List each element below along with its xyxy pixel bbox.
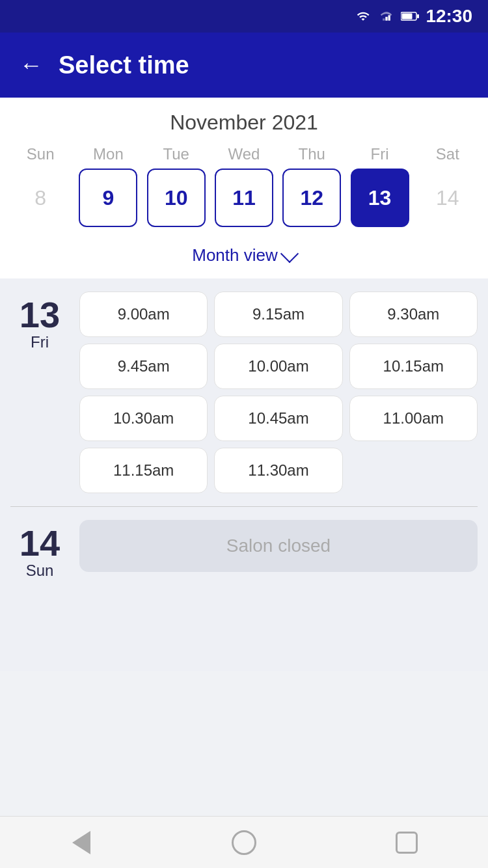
slot-945am[interactable]: 9.45am	[79, 344, 208, 389]
slot-900am[interactable]: 9.00am	[79, 292, 208, 337]
salon-closed-label: Salon closed	[226, 536, 331, 556]
weekday-wed: Wed	[215, 145, 273, 163]
date-13[interactable]: 13	[351, 169, 409, 227]
slot-1130am[interactable]: 11.30am	[214, 448, 342, 493]
day-number-14: 14	[20, 525, 60, 562]
day-block-14: 14 Sun Salon closed	[10, 520, 478, 580]
weekday-sat: Sat	[418, 145, 477, 163]
day-name-14: Sun	[26, 562, 54, 580]
svg-rect-5	[402, 14, 413, 20]
status-bar: 12:30	[0, 0, 488, 33]
status-time: 12:30	[426, 6, 472, 27]
time-slots-grid-13: 9.00am 9.15am 9.30am 9.45am 10.00am 10.1…	[79, 292, 478, 493]
day-label-13: 13 Fri	[10, 292, 69, 493]
back-button[interactable]: ←	[20, 51, 43, 79]
bottom-navigation	[0, 816, 488, 868]
svg-rect-1	[386, 17, 388, 21]
back-nav-button[interactable]	[66, 827, 97, 858]
slot-1000am[interactable]: 10.00am	[214, 344, 342, 389]
slot-1015am[interactable]: 10.15am	[349, 344, 478, 389]
day-number-13: 13	[20, 297, 60, 333]
slot-930am[interactable]: 9.30am	[349, 292, 478, 337]
home-nav-icon	[232, 830, 256, 855]
date-8[interactable]: 8	[11, 169, 70, 227]
status-icons	[354, 10, 419, 23]
recent-nav-icon	[396, 832, 418, 854]
date-12[interactable]: 12	[282, 169, 341, 227]
svg-rect-2	[383, 18, 385, 20]
slot-1115am[interactable]: 11.15am	[79, 448, 208, 493]
weekday-thu: Thu	[282, 145, 341, 163]
slot-1030am[interactable]: 10.30am	[79, 396, 208, 441]
calendar-section: November 2021 Sun Mon Tue Wed Thu Fri Sa…	[0, 98, 488, 278]
slot-915am[interactable]: 9.15am	[214, 292, 342, 337]
month-view-toggle[interactable]: Month view	[0, 237, 488, 278]
header: ← Select time	[0, 33, 488, 98]
weekday-sun: Sun	[11, 145, 70, 163]
weekday-fri: Fri	[351, 145, 409, 163]
section-divider	[10, 506, 478, 507]
dates-row: 8 9 10 11 12 13 14	[0, 169, 488, 227]
signal-icon	[377, 10, 396, 23]
day-label-14: 14 Sun	[10, 520, 69, 580]
salon-closed-block: Salon closed	[79, 520, 478, 572]
month-year-label: November 2021	[0, 111, 488, 135]
slot-1100am[interactable]: 11.00am	[349, 396, 478, 441]
month-view-label: Month view	[192, 245, 278, 265]
date-14[interactable]: 14	[418, 169, 477, 227]
slot-1045am[interactable]: 10.45am	[214, 396, 342, 441]
back-nav-icon	[72, 831, 90, 854]
weekday-tue: Tue	[147, 145, 206, 163]
svg-rect-4	[417, 14, 419, 18]
date-10[interactable]: 10	[147, 169, 206, 227]
schedule-section: 13 Fri 9.00am 9.15am 9.30am 9.45am 10.00…	[0, 278, 488, 671]
weekdays-row: Sun Mon Tue Wed Thu Fri Sat	[0, 145, 488, 163]
day-name-13: Fri	[31, 333, 49, 351]
home-nav-button[interactable]	[228, 827, 260, 858]
wifi-icon	[354, 10, 372, 23]
weekday-mon: Mon	[79, 145, 137, 163]
battery-icon	[401, 10, 419, 23]
page-title: Select time	[59, 51, 189, 79]
svg-rect-0	[388, 15, 390, 20]
date-9[interactable]: 9	[79, 169, 137, 227]
recent-nav-button[interactable]	[391, 827, 422, 858]
date-11[interactable]: 11	[215, 169, 273, 227]
day-block-13: 13 Fri 9.00am 9.15am 9.30am 9.45am 10.00…	[10, 292, 478, 493]
chevron-down-icon	[280, 244, 299, 262]
